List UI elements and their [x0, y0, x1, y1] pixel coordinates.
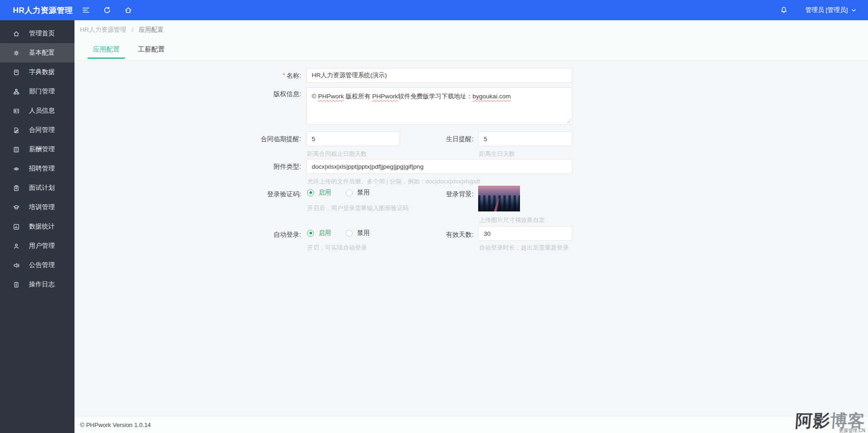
contract-reminder-hint: 距离合同截止日期天数 — [307, 150, 367, 158]
sidebar-item-logs[interactable]: 操作日志 — [0, 275, 74, 294]
attachment-types-input[interactable] — [306, 159, 572, 174]
sidebar-toggle-icon[interactable] — [82, 6, 90, 14]
main-content: HR人力资源管理 / 应用配置 应用配置 工薪配置 *名称: 版权信息: © P… — [74, 20, 868, 433]
contract-icon — [13, 127, 20, 134]
training-icon — [13, 204, 20, 211]
attachment-types-label: 附件类型: — [74, 163, 301, 171]
required-asterisk: * — [283, 72, 285, 79]
breadcrumb-current: 应用配置 — [139, 26, 164, 33]
sidebar-item-training[interactable]: 培训管理 — [0, 198, 74, 217]
auto-login-label: 自动登录: — [74, 231, 301, 239]
breadcrumb: HR人力资源管理 / 应用配置 — [80, 26, 164, 34]
bell-icon[interactable] — [780, 6, 788, 14]
page-footer: © PHPwork Version 1.0.14 — [74, 416, 868, 433]
sidebar-item-label: 数据统计 — [29, 222, 55, 231]
copyright-textarea[interactable]: © PHPwork 版权所有 PHPwork软件免费版学习下载地址：bygouk… — [306, 87, 572, 125]
resize-grip[interactable] — [567, 119, 571, 123]
sidebar-item-dashboard[interactable]: 管理首页 — [0, 24, 74, 43]
sidebar-item-announcements[interactable]: 公告管理 — [0, 256, 74, 275]
radio-enable-label[interactable]: 启用 — [319, 229, 331, 237]
tab-app-config[interactable]: 应用配置 — [84, 41, 129, 59]
announcement-icon — [13, 262, 20, 269]
sidebar-item-statistics[interactable]: 数据统计 — [0, 217, 74, 236]
radio-enable-label[interactable]: 启用 — [319, 188, 331, 197]
sidebar-item-label: 培训管理 — [29, 203, 55, 211]
sidebar-item-interviews[interactable]: 面试计划 — [0, 178, 74, 198]
app-config-form: *名称: 版权信息: © PHPwork 版权所有 PHPwork软件免费版学习… — [74, 60, 868, 416]
refresh-icon[interactable] — [103, 6, 111, 14]
user-menu[interactable]: 管理员 [管理员] — [805, 6, 856, 14]
birthday-reminder-hint: 距离生日天数 — [479, 150, 515, 158]
radio-enable[interactable] — [307, 230, 314, 237]
top-header: HR人力资源管理 管理员 [管理员] — [0, 0, 868, 20]
copyright-text: 软件免费版学习下载地址： — [398, 93, 473, 100]
contract-reminder-input[interactable] — [306, 131, 400, 146]
user-icon — [13, 243, 20, 250]
radio-disable-label[interactable]: 禁用 — [357, 229, 370, 237]
copyright-text: PHPwork — [372, 93, 398, 100]
attachment-types-hint: 允许上传的文件后缀。多个用 | 分隔，例如：doc|docx|xlsx|xls|… — [307, 177, 480, 186]
sidebar-item-label: 人员信息 — [29, 107, 55, 115]
sidebar-item-salary[interactable]: 薪酬管理 — [0, 140, 74, 159]
gear-icon — [13, 50, 20, 57]
contract-reminder-label: 合同临期提醒: — [74, 135, 301, 143]
chevron-down-icon — [851, 9, 856, 12]
login-background-label: 登录背景: — [400, 190, 474, 199]
header-toolbar — [82, 6, 132, 14]
sidebar-item-label: 用户管理 — [29, 242, 55, 250]
recruit-icon — [13, 165, 20, 172]
breadcrumb-root[interactable]: HR人力资源管理 — [80, 26, 126, 33]
radio-disable-label[interactable]: 禁用 — [357, 188, 370, 197]
copyright-text: © — [312, 93, 318, 100]
valid-days-input[interactable] — [478, 226, 572, 241]
sidebar-item-contracts[interactable]: 合同管理 — [0, 120, 74, 140]
auto-login-hint: 开启，可实现自动登录 — [307, 244, 367, 252]
user-name: 管理员 [管理员] — [805, 6, 848, 14]
staff-icon — [13, 108, 20, 114]
breadcrumb-separator: / — [131, 26, 133, 33]
tab-salary-config[interactable]: 工薪配置 — [129, 41, 174, 59]
name-label: *名称: — [74, 72, 301, 80]
sidebar-item-label: 薪酬管理 — [29, 145, 55, 154]
sidebar-item-label: 基本配置 — [29, 49, 55, 57]
login-background-hint: 上传图片尺寸视效果自定 — [479, 216, 545, 224]
sidebar-item-label: 公告管理 — [29, 261, 55, 269]
birthday-reminder-label: 生日提醒: — [400, 135, 474, 143]
sidebar-item-label: 部门管理 — [29, 87, 55, 96]
stats-icon — [13, 223, 20, 230]
sidebar-nav: 管理首页 基本配置 字典数据 部门管理 人员信息 合同管理 薪酬管理 招聘管理 … — [0, 20, 74, 433]
copyright-text: bygoukai.com — [473, 93, 511, 100]
header-right: 管理员 [管理员] — [780, 6, 868, 14]
sidebar-item-dictionary[interactable]: 字典数据 — [0, 63, 74, 82]
valid-days-label: 有效天数: — [400, 231, 474, 239]
sidebar-item-label: 字典数据 — [29, 68, 55, 76]
copyright-text: 版权所有 — [344, 93, 372, 100]
valid-days-hint: 自动登录时长，超出后需重新登录 — [479, 244, 569, 252]
sidebar-item-staff[interactable]: 人员信息 — [0, 101, 74, 120]
copyright-text: PHPwork — [318, 93, 344, 100]
radio-disable[interactable] — [346, 230, 353, 237]
home-icon[interactable] — [124, 6, 132, 14]
sidebar-item-label: 面试计划 — [29, 184, 55, 192]
name-input[interactable] — [306, 68, 572, 83]
sidebar-item-label: 招聘管理 — [29, 165, 55, 173]
sidebar-item-departments[interactable]: 部门管理 — [0, 82, 74, 101]
sidebar-item-basic-config[interactable]: 基本配置 — [0, 43, 74, 63]
radio-disable[interactable] — [346, 189, 353, 196]
birthday-reminder-input[interactable] — [478, 131, 572, 146]
salary-icon — [13, 146, 20, 153]
department-icon — [13, 88, 20, 95]
footer-copyright: © PHPwork Version 1.0.14 — [80, 422, 151, 428]
login-captcha-radio-group: 启用 禁用 — [307, 188, 380, 197]
login-captcha-label: 登录验证码: — [74, 190, 301, 199]
log-icon — [13, 281, 20, 288]
sidebar-item-label: 操作日志 — [29, 280, 55, 289]
sidebar-item-users[interactable]: 用户管理 — [0, 236, 74, 256]
dictionary-icon — [13, 69, 20, 76]
tab-bar: 应用配置 工薪配置 — [84, 41, 174, 59]
login-background-image[interactable] — [478, 186, 520, 211]
radio-enable[interactable] — [307, 189, 314, 196]
auto-login-radio-group: 启用 禁用 — [307, 229, 380, 237]
sidebar-item-recruiting[interactable]: 招聘管理 — [0, 159, 74, 178]
interview-icon — [13, 185, 20, 192]
